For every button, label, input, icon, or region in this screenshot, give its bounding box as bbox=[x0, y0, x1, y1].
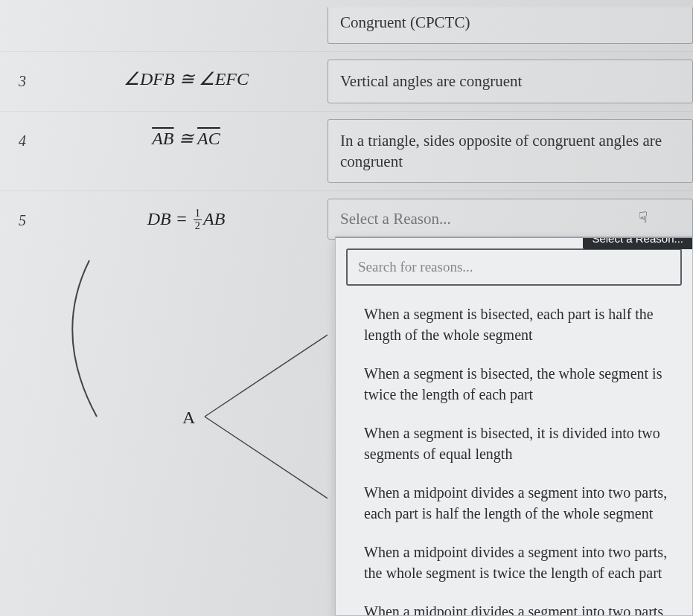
reason-option[interactable]: When a segment is bisected, each part is… bbox=[336, 295, 692, 354]
reason-dropdown: Select a Reason... When a segment is bis… bbox=[335, 237, 693, 616]
step-number bbox=[0, 3, 45, 24]
svg-line-0 bbox=[205, 335, 328, 417]
statement-cell: ∠DFB ≅ ∠EFC bbox=[45, 52, 328, 106]
reason-box[interactable]: Congruent (CPCTC) bbox=[328, 7, 693, 44]
pointer-cursor-icon: ☟ bbox=[639, 208, 648, 226]
step-number: 4 bbox=[0, 112, 45, 150]
reason-box[interactable]: In a triangle, sides opposite of congrue… bbox=[328, 119, 693, 184]
step-number: 3 bbox=[0, 52, 45, 90]
step-number: 5 bbox=[0, 191, 45, 229]
statement-cell: DB = 12AB bbox=[45, 191, 328, 247]
proof-page: Congruent (CPCTC) 3 ∠DFB ≅ ∠EFC Vertical… bbox=[0, 0, 693, 616]
dropdown-tooltip: Select a Reason... bbox=[583, 237, 692, 249]
proof-row: 3 ∠DFB ≅ ∠EFC Vertical angles are congru… bbox=[0, 52, 693, 111]
reason-option[interactable]: When a segment is bisected, the whole se… bbox=[336, 354, 692, 414]
reason-option[interactable]: When a midpoint divides a segment into t… bbox=[336, 473, 692, 533]
reason-cell: Vertical angles are congruent bbox=[328, 52, 693, 110]
proof-row: 4 AB ≅ AC In a triangle, sides opposite … bbox=[0, 112, 693, 192]
dropdown-options: When a segment is bisected, each part is… bbox=[336, 292, 692, 616]
geometry-diagram: A bbox=[45, 246, 328, 558]
reason-select[interactable]: Select a Reason... ☟ bbox=[328, 199, 693, 240]
statement-cell: AB ≅ AC bbox=[45, 112, 328, 165]
reason-option[interactable]: When a segment is bisected, it is divide… bbox=[336, 414, 692, 473]
statement-cell bbox=[45, 3, 328, 36]
reason-select-placeholder: Select a Reason... bbox=[340, 210, 451, 228]
svg-line-1 bbox=[205, 417, 328, 498]
reason-cell: Congruent (CPCTC) bbox=[328, 3, 693, 51]
reason-option[interactable]: When a midpoint divides a segment into t… bbox=[336, 533, 692, 592]
reason-search-input[interactable] bbox=[346, 248, 682, 286]
reason-option[interactable]: When a midpoint divides a segment into t… bbox=[336, 592, 692, 616]
reason-box[interactable]: Vertical angles are congruent bbox=[328, 60, 693, 103]
reason-cell: In a triangle, sides opposite of congrue… bbox=[328, 112, 693, 191]
proof-row: Congruent (CPCTC) bbox=[0, 3, 693, 52]
point-label-a: A bbox=[182, 408, 195, 428]
